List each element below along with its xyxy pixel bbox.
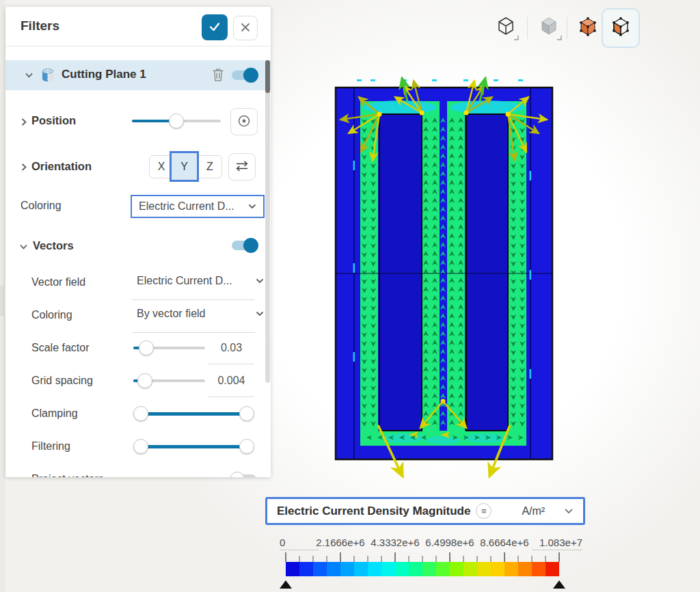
cutaway-cube-view-button-selected[interactable] <box>602 8 640 48</box>
slider-min-handle[interactable] <box>133 439 148 454</box>
scrollbar-thumb[interactable] <box>265 60 270 93</box>
position-slider[interactable] <box>132 113 221 129</box>
colorbar-tick <box>490 556 492 562</box>
chevron-down-icon[interactable] <box>564 508 574 514</box>
colorbar-segment <box>477 562 491 576</box>
vector-field-dropdown[interactable]: Electric Current D... <box>137 275 264 287</box>
colorbar-tick-label: 4.3332e+6 <box>371 537 419 548</box>
swap-arrows-icon <box>234 159 250 173</box>
colorbar-tick <box>340 552 341 562</box>
apply-filters-button[interactable] <box>202 14 228 40</box>
chevron-right-icon[interactable] <box>21 118 27 126</box>
panel-resize-strip[interactable] <box>0 0 5 592</box>
chevron-right-icon[interactable] <box>21 163 27 172</box>
slider-fill <box>140 445 247 448</box>
chevron-down-icon[interactable] <box>19 243 28 250</box>
cutting-plane-row[interactable]: Cutting Plane 1 <box>5 60 271 90</box>
project-vectors-toggle[interactable] <box>232 474 256 477</box>
scale-factor-value[interactable]: 0.03 <box>208 342 254 354</box>
colorbar-tick <box>408 556 409 562</box>
delete-filter-button trash-icon[interactable] <box>212 68 224 82</box>
colorbar-tick-label: 2.1666e+6 <box>316 537 364 548</box>
colorbar-min-marker[interactable] <box>280 580 292 589</box>
colorbar-tick <box>394 552 396 562</box>
colorbar-tick <box>558 552 560 562</box>
colorbar-segment <box>340 562 354 576</box>
divider <box>208 364 254 364</box>
chevron-down-icon <box>256 278 264 284</box>
orange-cube-icon <box>574 13 602 42</box>
panel-title: Filters <box>21 18 59 33</box>
colorbar-segment <box>381 562 395 576</box>
legend-title-bar[interactable]: Electric Current Density Magnitude ≡ A/m… <box>265 497 585 525</box>
chevron-down-icon[interactable] <box>25 72 33 79</box>
scale-factor-label: Scale factor <box>31 342 89 354</box>
clamping-label: Clamping <box>31 407 78 420</box>
solid-cube-view-button[interactable] <box>533 12 565 44</box>
vectors-enabled-toggle[interactable] <box>232 241 256 250</box>
grid-spacing-value[interactable]: 0.004 <box>208 375 254 387</box>
close-filters-button[interactable] <box>233 16 258 40</box>
grid-spacing-slider[interactable] <box>133 373 205 388</box>
legend-max-value[interactable]: 1.083e+7 <box>539 537 582 548</box>
colorbar-tick <box>422 556 423 562</box>
chevron-down-icon <box>248 204 256 209</box>
legend-title: Electric Current Density Magnitude <box>277 504 470 518</box>
vectors-coloring-value: By vector field <box>137 308 256 320</box>
flip-orientation-button[interactable] <box>228 153 256 180</box>
scale-factor-row: Scale factor 0.03 <box>5 338 271 360</box>
colorbar-max-marker[interactable] <box>553 580 565 589</box>
coloring-label: Coloring <box>21 200 62 212</box>
slider-max-handle[interactable] <box>239 406 254 421</box>
target-icon <box>237 113 252 129</box>
colorbar-tick <box>463 556 464 562</box>
vector-field-value: Electric Current D... <box>137 275 256 287</box>
slider-max-handle[interactable] <box>239 439 254 454</box>
toolbar-separator <box>527 17 528 39</box>
position-label: Position <box>31 114 76 127</box>
drag-handle-icon[interactable] <box>1 286 5 316</box>
colorbar-segment <box>313 562 327 576</box>
slider-handle[interactable] <box>137 373 152 388</box>
cutaway-cube-icon <box>607 13 634 42</box>
legend-unit: A/m² <box>522 505 545 517</box>
slider-handle[interactable] <box>169 113 184 129</box>
slider-handle[interactable] <box>139 340 154 355</box>
coloring-value: Electric Current D... <box>139 200 248 213</box>
colorbar-segment <box>368 562 381 576</box>
colorbar-segment <box>463 562 477 576</box>
colorbar-segment <box>327 562 340 576</box>
panel-scrollbar[interactable] <box>265 60 270 383</box>
filter-enabled-toggle[interactable] <box>232 70 256 80</box>
colorbar-segment <box>532 562 546 576</box>
coloring-dropdown[interactable]: Electric Current D... <box>131 195 265 218</box>
colorbar-tick <box>353 556 355 562</box>
surface-cube-view-button[interactable] <box>572 12 604 44</box>
position-pick-center-button[interactable] <box>230 108 258 135</box>
filters-panel: Filters Cutting Pla <box>5 7 271 477</box>
slider-min-handle[interactable] <box>133 406 148 421</box>
colorbar-tick <box>449 552 450 562</box>
simulation-viewport[interactable] <box>321 65 567 485</box>
divider <box>132 299 255 300</box>
legend-menu-icon[interactable]: ≡ <box>476 503 492 519</box>
clamping-row: Clamping <box>5 403 271 425</box>
colorbar-tick <box>285 552 286 562</box>
clamping-range-slider[interactable] <box>133 406 254 421</box>
colorbar-segment <box>491 562 504 576</box>
colorbar-tick <box>476 556 478 562</box>
wireframe-cube-view-button[interactable] <box>490 12 522 44</box>
colorbar-gradient <box>286 562 559 576</box>
colorbar-segment <box>409 562 422 576</box>
vectors-coloring-dropdown[interactable]: By vector field <box>137 308 264 320</box>
legend-min-value[interactable]: 0 <box>280 537 285 548</box>
filtering-range-slider[interactable] <box>133 439 254 454</box>
colorbar-segment <box>450 562 463 576</box>
colorbar-segment <box>504 562 518 576</box>
axis-z-button[interactable]: Z <box>198 156 221 178</box>
colorbar: 02.1666e+64.3332e+66.4998e+68.6664e+61.0… <box>286 537 559 576</box>
scale-factor-slider[interactable] <box>133 340 205 355</box>
colorbar-tick-label: 6.4998e+6 <box>425 537 474 548</box>
colorbar-tick <box>312 556 314 562</box>
axis-y-button-selected[interactable]: Y <box>170 151 199 182</box>
